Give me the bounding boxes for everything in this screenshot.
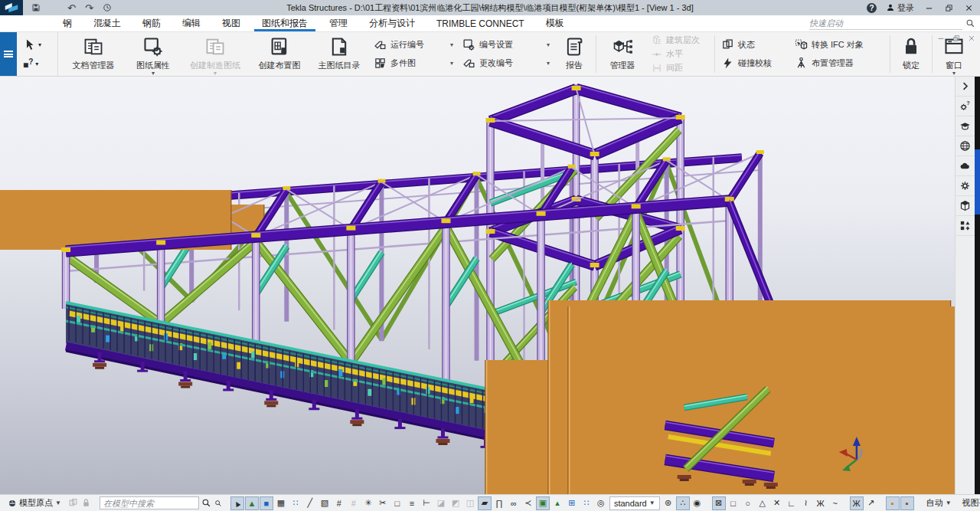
select-objects-switch[interactable]: ■ [260,496,273,510]
report-button[interactable]: 报告 [554,32,594,76]
grid-select-switch[interactable]: # [332,496,346,510]
grid-plane-button[interactable]: ⊞ [565,496,579,510]
view-filter-button[interactable]: ▣ [536,496,550,510]
level-button[interactable]: 水平 [652,48,708,60]
model-search-button[interactable] [201,496,212,510]
spacing-button[interactable]: 间距 [652,62,708,74]
run-numbering-button[interactable]: 运行编号▾ [374,38,453,51]
drawing-properties-button[interactable]: 图纸属性 ▾ [126,32,181,76]
create-shop-drawings-button[interactable]: 创建制造图纸 ▾ [181,32,250,76]
tab-rebar[interactable]: 钢筋 [132,15,172,31]
select-welds-switch[interactable]: ✳ [361,496,375,510]
snap-lines-switch[interactable]: ≀ [799,496,813,510]
components-button[interactable]: ∷ [580,496,593,510]
select-points-switch[interactable]: ∷ [289,496,302,510]
quick-launch-input[interactable] [809,18,962,30]
relative-ortho-switch[interactable]: ▪ [900,496,914,510]
snap-endpoints-switch[interactable]: □ [727,496,740,510]
select-tool-button[interactable]: ▾ [23,38,57,51]
view-restore-button[interactable] [952,34,960,42]
select-subassembly-switch[interactable]: ◫ [463,496,477,510]
snap-center-switch[interactable]: ○ [741,496,755,510]
view-minimize-button[interactable] [937,34,945,42]
select-cuts-switch[interactable]: ✂ [376,496,390,510]
tab-view[interactable]: 视图 [211,15,251,31]
change-numbering-button[interactable]: 更改编号▾ [462,57,550,70]
gridline-select-switch[interactable]: # [347,496,361,510]
select-assembly-objects-switch[interactable]: ◩ [449,496,462,510]
redo-button[interactable]: ↷ [84,3,94,13]
master-drawing-catalog-button[interactable]: 主图纸目录 [309,32,369,76]
clash-check-button[interactable]: 碰撞校核 [721,57,786,70]
model-origin-dropdown[interactable]: 模型原点▼ [3,496,66,510]
layout-manager-button[interactable]: 布置管理器 [795,57,884,70]
snap-settings-button[interactable]: ⊛ [662,496,675,510]
select-polylines-switch[interactable]: ≺ [521,496,535,510]
restore-button[interactable] [943,3,954,13]
view-plane-dropdown[interactable]: 视图平面▼ [958,496,980,510]
tab-concrete[interactable]: 混凝土 [83,15,132,31]
phase-filter-button[interactable]: ▴ [550,496,564,510]
help-icon[interactable]: ? [867,3,877,13]
file-menu-button[interactable] [0,32,17,76]
sidebar-online-help[interactable] [956,136,975,156]
snap-mode-dropdown[interactable]: 自动▼ [922,496,956,510]
snap-extension-switch[interactable]: Ж [814,496,828,510]
sidebar-tekla-cloud[interactable] [956,156,975,176]
multi-drawing-button[interactable]: 多件图▾ [374,57,453,70]
snap-reference-switch[interactable]: Ж [850,496,864,510]
select-rebar-switch[interactable]: ∏ [492,496,506,510]
document-manager-button[interactable]: 文档管理器 [61,32,126,76]
login-button[interactable]: 登录 [886,2,914,14]
create-ga-drawing-button[interactable]: 创建布置图 [250,32,309,76]
tab-drawings-reports[interactable]: 图纸和报告 [251,15,318,31]
selection-filter-dropdown[interactable]: standard▼ [609,496,660,510]
model-3d-view[interactable] [0,77,955,494]
status-button[interactable]: 状态 [721,38,786,51]
search-in-box-button[interactable] [214,496,223,510]
origin-tool-2[interactable] [80,496,92,510]
zoom-original-button[interactable]: ◎ [594,496,608,510]
select-bolts-switch[interactable]: ≡ [405,496,419,510]
convert-ifc-button[interactable]: 转换 IFC 对象 [795,38,884,51]
select-holes-switch[interactable]: ⊢ [420,496,433,510]
sidebar-inquire[interactable] [956,97,975,116]
select-fittings-switch[interactable]: □ [390,496,404,510]
model-search-input[interactable] [100,496,199,509]
history-button[interactable] [102,3,112,13]
snap-midpoints-switch[interactable]: △ [756,496,769,510]
select-components-switch[interactable]: ▲ [245,496,259,510]
save-button[interactable] [31,3,41,13]
lock-button[interactable]: 锁定 [892,32,930,76]
tab-template[interactable]: 模板 [535,15,575,31]
undo-button[interactable]: ↶ [67,3,77,13]
sidebar-tekla-campus[interactable] [956,116,975,136]
tab-trimble-connect[interactable]: TRIMBLE CONNECT [426,15,535,31]
origin-tool-1[interactable] [67,496,79,510]
tab-steel[interactable]: 钢 [52,15,83,31]
sidebar-tekla-warehouse[interactable] [956,196,975,216]
minimize-button[interactable] [923,3,934,13]
select-parts-switch[interactable]: ▧ [318,496,332,510]
tab-edit[interactable]: 编辑 [172,15,211,31]
visibility-eye-button[interactable]: ◉ [691,496,704,510]
inquire-tool-button[interactable]: ■?▾ [23,57,57,70]
tab-manage[interactable]: 管理 [318,15,358,31]
snap-priority-button[interactable]: ∴ [676,496,690,510]
tab-analysis-design[interactable]: 分析与设计 [358,15,426,31]
organizer-button[interactable]: 管理器 [598,32,647,76]
snap-nearest-switch[interactable]: ~ [828,496,842,510]
snap-free-switch[interactable]: ↗ [864,496,878,510]
snap-intersections-switch[interactable]: ✕ [770,496,784,510]
snap-points-switch[interactable]: ⊠ [712,496,726,510]
select-component-objects-switch[interactable]: ◪ [434,496,448,510]
numbering-settings-button[interactable]: 编号设置▾ [462,38,550,51]
select-assemblies-switch[interactable]: ▦ [274,496,288,510]
select-all-switch[interactable]: ▲ [230,496,244,510]
sidebar-expand[interactable] [956,77,975,97]
select-planes-switch[interactable]: ▰ [478,496,492,510]
close-button[interactable] [963,3,974,13]
view-close-button[interactable] [968,34,975,42]
select-surfaces-switch[interactable]: ∞ [507,496,521,510]
quick-launch-search-icon[interactable] [965,18,975,28]
